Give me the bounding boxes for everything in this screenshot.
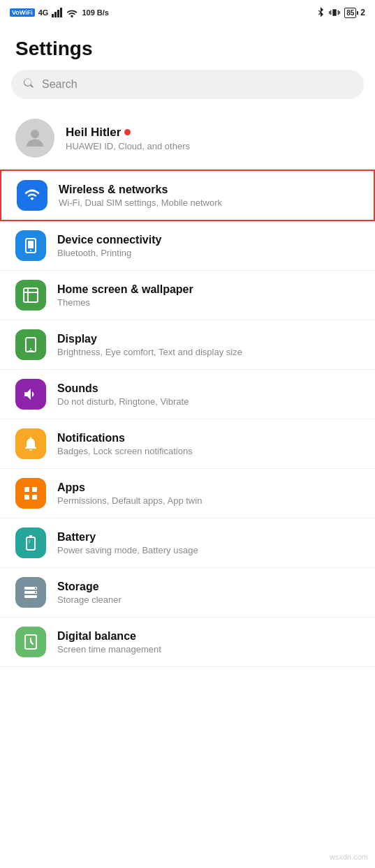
device-connectivity-text: Device connectivityBluetooth, Printing bbox=[57, 234, 161, 258]
svg-point-17 bbox=[35, 588, 36, 589]
display-subtitle: Brightness, Eye comfort, Text and displa… bbox=[57, 347, 242, 357]
sounds-icon bbox=[15, 379, 46, 410]
bluetooth-icon bbox=[316, 7, 325, 18]
storage-title: Storage bbox=[57, 581, 122, 593]
status-right: 85 2 bbox=[316, 7, 365, 18]
search-icon bbox=[22, 77, 35, 92]
settings-item-home-screen[interactable]: Home screen & wallpaperThemes bbox=[0, 271, 375, 320]
digital-balance-text: Digital balanceScreen time management bbox=[57, 630, 161, 654]
storage-text: StorageStorage cleaner bbox=[57, 581, 122, 605]
battery-title: Battery bbox=[57, 531, 198, 544]
notification-dot bbox=[124, 129, 131, 135]
battery-icon bbox=[15, 527, 46, 558]
speed-label: 109 B/s bbox=[82, 8, 109, 17]
apps-icon bbox=[15, 478, 46, 509]
settings-item-wireless[interactable]: Wireless & networksWi-Fi, Dual SIM setti… bbox=[0, 170, 375, 221]
device-connectivity-title: Device connectivity bbox=[57, 234, 161, 246]
device-connectivity-subtitle: Bluetooth, Printing bbox=[57, 248, 161, 258]
sounds-title: Sounds bbox=[57, 382, 189, 395]
wireless-text: Wireless & networksWi-Fi, Dual SIM setti… bbox=[59, 184, 222, 208]
home-screen-icon bbox=[15, 280, 46, 310]
svg-point-18 bbox=[35, 592, 36, 593]
watermark: wsxdn.com bbox=[330, 853, 368, 861]
home-screen-title: Home screen & wallpaper bbox=[57, 283, 193, 296]
battery-indicator: 85 bbox=[344, 8, 356, 18]
svg-point-0 bbox=[31, 130, 39, 138]
svg-point-7 bbox=[30, 348, 31, 350]
svg-rect-8 bbox=[24, 487, 29, 492]
wireless-icon bbox=[17, 180, 47, 211]
apps-text: AppsPermissions, Default apps, App twin bbox=[57, 481, 202, 506]
settings-item-digital-balance[interactable]: Digital balanceScreen time management bbox=[0, 618, 375, 667]
svg-rect-9 bbox=[32, 487, 37, 492]
profile-info: Heil Hitler HUAWEI ID, Cloud, and others bbox=[66, 126, 190, 151]
profile-subtitle: HUAWEI ID, Cloud, and others bbox=[66, 141, 190, 151]
signal-bars bbox=[52, 8, 62, 17]
apps-subtitle: Permissions, Default apps, App twin bbox=[57, 495, 202, 506]
svg-rect-12 bbox=[27, 537, 35, 550]
notifications-icon bbox=[15, 428, 46, 459]
page-title: Settings bbox=[0, 25, 375, 70]
svg-rect-4 bbox=[24, 288, 38, 302]
profile-row[interactable]: Heil Hitler HUAWEI ID, Cloud, and others bbox=[0, 107, 375, 170]
home-screen-text: Home screen & wallpaperThemes bbox=[57, 283, 193, 308]
wireless-subtitle: Wi-Fi, Dual SIM settings, Mobile network bbox=[59, 197, 222, 208]
settings-item-storage[interactable]: StorageStorage cleaner bbox=[0, 568, 375, 618]
wireless-title: Wireless & networks bbox=[59, 184, 222, 196]
notifications-text: NotificationsBadges, Lock screen notific… bbox=[57, 432, 193, 456]
settings-item-apps[interactable]: AppsPermissions, Default apps, App twin bbox=[0, 469, 375, 518]
extra-status: 2 bbox=[360, 8, 365, 17]
wifi-icon bbox=[66, 8, 78, 17]
svg-rect-16 bbox=[24, 595, 37, 598]
search-placeholder[interactable]: Search bbox=[42, 78, 78, 91]
status-left: VoWiFi 4G 109 B/s bbox=[10, 8, 109, 17]
settings-item-battery[interactable]: BatteryPower saving mode, Battery usage bbox=[0, 518, 375, 568]
storage-subtitle: Storage cleaner bbox=[57, 594, 122, 605]
avatar bbox=[15, 119, 54, 158]
battery-text: BatteryPower saving mode, Battery usage bbox=[57, 531, 198, 555]
svg-rect-11 bbox=[32, 495, 37, 500]
signal-label: 4G bbox=[38, 8, 49, 17]
storage-icon bbox=[15, 577, 46, 608]
display-icon bbox=[15, 329, 46, 360]
display-text: DisplayBrightness, Eye comfort, Text and… bbox=[57, 333, 242, 357]
settings-list: Wireless & networksWi-Fi, Dual SIM setti… bbox=[0, 170, 375, 667]
sounds-subtitle: Do not disturb, Ringtone, Vibrate bbox=[57, 396, 189, 407]
settings-item-display[interactable]: DisplayBrightness, Eye comfort, Text and… bbox=[0, 320, 375, 370]
status-bar: VoWiFi 4G 109 B/s 85 2 bbox=[0, 0, 375, 25]
vibrate-icon bbox=[329, 7, 340, 18]
battery-subtitle: Power saving mode, Battery usage bbox=[57, 545, 198, 555]
person-icon bbox=[22, 126, 47, 151]
svg-rect-10 bbox=[24, 495, 29, 500]
settings-item-notifications[interactable]: NotificationsBadges, Lock screen notific… bbox=[0, 419, 375, 469]
profile-name: Heil Hitler bbox=[66, 126, 190, 140]
settings-item-sounds[interactable]: SoundsDo not disturb, Ringtone, Vibrate bbox=[0, 370, 375, 419]
apps-title: Apps bbox=[57, 481, 202, 494]
sounds-text: SoundsDo not disturb, Ringtone, Vibrate bbox=[57, 382, 189, 407]
svg-rect-2 bbox=[28, 241, 34, 248]
settings-item-device-connectivity[interactable]: Device connectivityBluetooth, Printing bbox=[0, 221, 375, 271]
digital-balance-title: Digital balance bbox=[57, 630, 161, 643]
vowifi-badge: VoWiFi bbox=[10, 8, 35, 17]
digital-balance-subtitle: Screen time management bbox=[57, 644, 161, 654]
display-title: Display bbox=[57, 333, 242, 345]
search-bar[interactable]: Search bbox=[11, 70, 364, 99]
device-connectivity-icon bbox=[15, 230, 46, 261]
svg-point-3 bbox=[30, 250, 31, 251]
digital-balance-icon bbox=[15, 627, 46, 657]
notifications-title: Notifications bbox=[57, 432, 193, 444]
home-screen-subtitle: Themes bbox=[57, 297, 193, 308]
notifications-subtitle: Badges, Lock screen notifications bbox=[57, 446, 193, 456]
